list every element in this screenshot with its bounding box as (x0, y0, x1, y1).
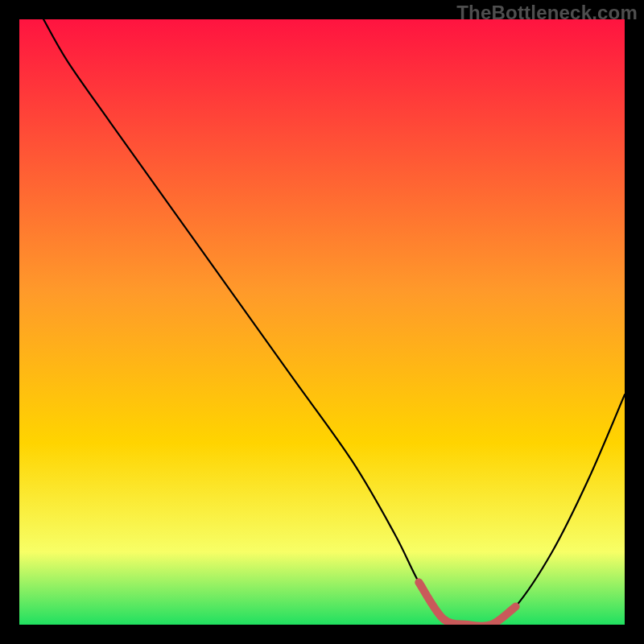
bottleneck-chart (19, 19, 625, 625)
chart-frame (19, 19, 625, 625)
watermark-text: TheBottleneck.com (456, 2, 638, 24)
gradient-background (19, 19, 625, 625)
